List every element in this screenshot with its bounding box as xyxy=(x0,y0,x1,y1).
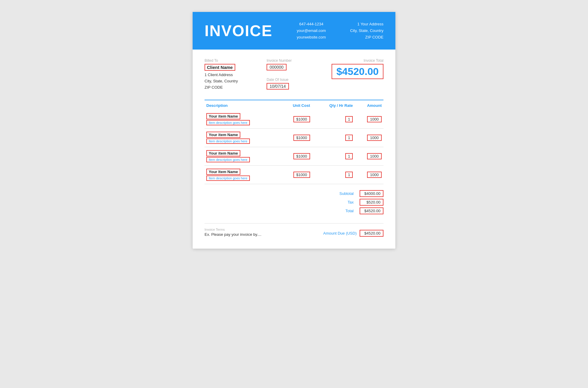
tax-value[interactable]: $520.00 xyxy=(360,199,383,206)
amount-box[interactable]: 1000 xyxy=(367,135,382,141)
header-zip: ZIP CODE xyxy=(350,34,383,41)
header-address-line2: City, State, Country xyxy=(350,27,383,34)
invoice-total-col: Invoice Total $4520.00 xyxy=(320,58,383,79)
subtotal-row: Subtotal $4000.00 xyxy=(300,190,383,197)
header-address-line1: 1 Your Address xyxy=(350,21,383,27)
item-name[interactable]: Your item Name xyxy=(206,132,240,138)
item-name[interactable]: Your item Name xyxy=(206,150,240,156)
item-amount: 1000 xyxy=(355,110,383,129)
item-amount: 1000 xyxy=(355,147,383,165)
amount-due-right: Amount Due (USD) $4520.00 xyxy=(323,230,383,237)
subtotal-label: Subtotal xyxy=(300,191,354,196)
header-email: your@email.com xyxy=(297,27,326,34)
terms-text: Ex. Please pay your invoice by.... xyxy=(205,232,261,237)
qty-box[interactable]: 1 xyxy=(345,116,353,122)
billing-section: Billed To Client Name 1 Client Address C… xyxy=(205,58,383,90)
col-unit-cost: Unit Cost xyxy=(279,100,312,110)
col-qty: Qty / Hr Rate xyxy=(312,100,355,110)
client-zip: ZIP CODE xyxy=(205,84,258,91)
invoice-total-label: Invoice Total xyxy=(320,58,383,63)
tax-label: Tax xyxy=(300,200,354,204)
item-description: Item description goes here xyxy=(206,138,250,144)
item-qty: 1 xyxy=(312,147,355,165)
tax-row: Tax $520.00 xyxy=(300,199,383,206)
item-name[interactable]: Your item Name xyxy=(206,113,240,119)
header-phone: 647-444-1234 xyxy=(297,21,326,27)
table-header-row: Description Unit Cost Qty / Hr Rate Amou… xyxy=(205,100,383,110)
invoice-table: Description Unit Cost Qty / Hr Rate Amou… xyxy=(205,100,383,184)
client-city: City, State, Country xyxy=(205,78,258,84)
table-row: Your item Name Item description goes her… xyxy=(205,110,383,129)
amount-box[interactable]: 1000 xyxy=(367,153,382,159)
col-description: Description xyxy=(205,100,279,110)
date-of-issue[interactable]: 10/07/14 xyxy=(267,83,289,90)
invoice-number[interactable]: 000000 xyxy=(267,64,287,70)
unit-cost-box[interactable]: $1000 xyxy=(293,172,310,178)
item-desc-col: Your Item Name Item description goes her… xyxy=(205,165,279,184)
invoice-number-label: Invoice Number xyxy=(267,58,320,63)
subtotal-value[interactable]: $4000.00 xyxy=(360,190,383,197)
invoice-number-col: Invoice Number 000000 Date Of Issue 10/0… xyxy=(258,58,320,90)
header-contact: 647-444-1234 your@email.com yourwebsite.… xyxy=(297,21,326,41)
unit-cost-box[interactable]: $1000 xyxy=(293,116,310,122)
item-description: Item description goes here xyxy=(206,120,250,125)
amount-box[interactable]: 1000 xyxy=(367,116,382,122)
invoice-title: INVOICE xyxy=(205,22,273,40)
item-unit-cost: $1000 xyxy=(279,128,312,147)
totals-section: Subtotal $4000.00 Tax $520.00 Total $452… xyxy=(205,190,383,216)
qty-box[interactable]: 1 xyxy=(345,172,353,178)
unit-cost-box[interactable]: $1000 xyxy=(293,153,310,159)
qty-box[interactable]: 1 xyxy=(345,153,353,159)
item-amount: 1000 xyxy=(355,165,383,184)
amount-due-label: Amount Due (USD) xyxy=(323,231,357,235)
invoice-header: INVOICE 647-444-1234 your@email.com your… xyxy=(193,12,395,50)
invoice-body: Billed To Client Name 1 Client Address C… xyxy=(193,50,395,248)
item-desc-col: Your item Name Item description goes her… xyxy=(205,147,279,165)
item-unit-cost: $1000 xyxy=(279,165,312,184)
client-address1: 1 Client Address xyxy=(205,72,258,78)
billed-to-col: Billed To Client Name 1 Client Address C… xyxy=(205,58,258,90)
total-row: Total $4520.00 xyxy=(300,207,383,214)
item-name[interactable]: Your Item Name xyxy=(206,169,240,175)
terms-label: Invoice Terms xyxy=(205,228,261,231)
total-value[interactable]: $4520.00 xyxy=(360,207,383,214)
item-qty: 1 xyxy=(312,165,355,184)
header-website: yourwebsite.com xyxy=(297,34,326,41)
item-qty: 1 xyxy=(312,128,355,147)
item-amount: 1000 xyxy=(355,128,383,147)
item-description: Item description goes here xyxy=(206,157,250,162)
terms-section: Invoice Terms Ex. Please pay your invoic… xyxy=(205,223,383,237)
item-unit-cost: $1000 xyxy=(279,110,312,129)
header-address: 1 Your Address City, State, Country ZIP … xyxy=(350,21,383,41)
date-of-issue-label: Date Of Issue xyxy=(267,78,320,82)
qty-box[interactable]: 1 xyxy=(345,135,353,141)
billed-to-label: Billed To xyxy=(205,58,258,63)
terms-left: Invoice Terms Ex. Please pay your invoic… xyxy=(205,228,261,237)
item-description: Item description goes here xyxy=(206,175,250,181)
amount-box[interactable]: 1000 xyxy=(367,172,382,178)
col-amount: Amount xyxy=(355,100,383,110)
table-row: Your item Name Item description goes her… xyxy=(205,147,383,165)
table-row: Your item Name Item description goes her… xyxy=(205,128,383,147)
amount-due-value[interactable]: $4520.00 xyxy=(360,230,383,237)
item-unit-cost: $1000 xyxy=(279,147,312,165)
invoice-total-amount[interactable]: $4520.00 xyxy=(332,64,383,79)
total-label: Total xyxy=(300,209,354,213)
table-row: Your Item Name Item description goes her… xyxy=(205,165,383,184)
client-name[interactable]: Client Name xyxy=(205,64,235,71)
item-desc-col: Your item Name Item description goes her… xyxy=(205,110,279,129)
item-qty: 1 xyxy=(312,110,355,129)
invoice-page: INVOICE 647-444-1234 your@email.com your… xyxy=(193,12,395,249)
item-desc-col: Your item Name Item description goes her… xyxy=(205,128,279,147)
unit-cost-box[interactable]: $1000 xyxy=(293,135,310,141)
